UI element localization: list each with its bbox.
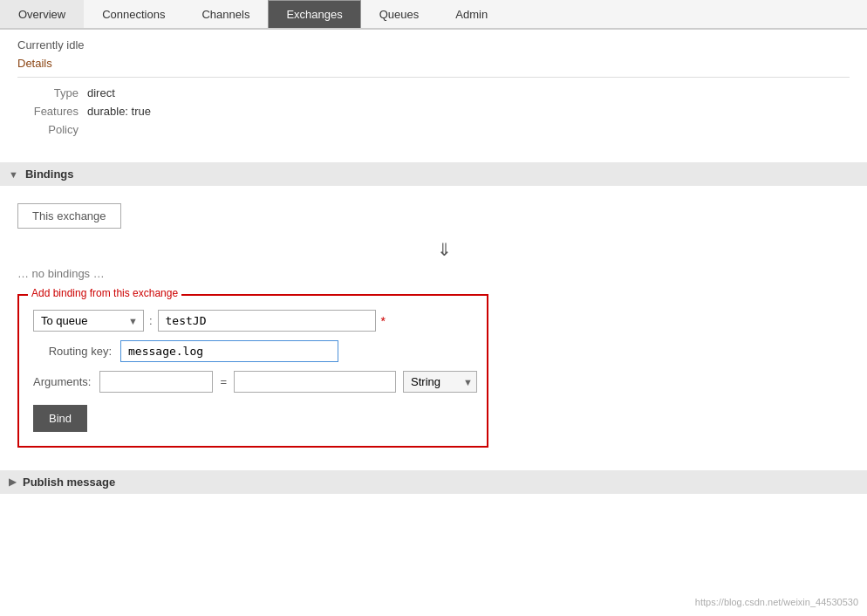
type-select-wrapper[interactable]: String Number Boolean ▼ (403, 371, 477, 393)
features-value: durable: true (87, 105, 151, 118)
routing-key-label: Routing key: (33, 345, 120, 358)
type-select-arrow-icon: ▼ (460, 373, 476, 391)
arguments-row: Arguments: = String Number Boolean ▼ (33, 371, 473, 393)
tab-channels[interactable]: Channels (183, 0, 268, 28)
required-star: * (381, 314, 386, 328)
colon-separator: : (149, 314, 153, 327)
bind-button[interactable]: Bind (33, 405, 87, 432)
bindings-content: This exchange ⇓ … no bindings … Add bind… (0, 195, 867, 470)
arguments-label: Arguments: (33, 375, 99, 388)
arg-value-input[interactable] (234, 371, 396, 393)
type-label: Type (17, 86, 87, 99)
tab-connections[interactable]: Connections (84, 0, 183, 28)
details-table: Type direct Features durable: true Polic… (17, 86, 850, 136)
tab-queues[interactable]: Queues (361, 0, 438, 28)
add-binding-title: Add binding from this exchange (28, 287, 181, 299)
no-bindings-text: … no bindings … (17, 267, 850, 280)
arrow-down-icon: ⇓ (38, 239, 850, 260)
bindings-section-header[interactable]: ▼ Bindings (0, 162, 867, 186)
features-label: Features (17, 105, 87, 118)
type-value: direct (87, 86, 115, 99)
queue-select-arrow-icon: ▼ (123, 312, 143, 330)
routing-key-row: Routing key: (33, 340, 473, 362)
status-text: Currently idle (17, 38, 850, 51)
equals-icon: = (220, 375, 227, 388)
type-select[interactable]: String Number Boolean (404, 372, 460, 392)
routing-key-input[interactable] (120, 340, 338, 362)
details-row-features: Features durable: true (17, 105, 850, 118)
details-row-policy: Policy (17, 123, 850, 136)
bindings-label: Bindings (25, 168, 74, 181)
publish-section-header[interactable]: ▶ Publish message (0, 470, 867, 494)
tab-overview[interactable]: Overview (0, 0, 84, 28)
destination-input[interactable] (158, 310, 376, 332)
tab-admin[interactable]: Admin (437, 0, 506, 28)
bindings-arrow-icon: ▼ (9, 169, 18, 180)
details-row-type: Type direct (17, 86, 850, 99)
details-link[interactable]: Details (17, 57, 52, 70)
nav-tabs: Overview Connections Channels Exchanges … (0, 0, 867, 30)
policy-label: Policy (17, 123, 87, 136)
divider-1 (17, 77, 850, 78)
arg-key-input[interactable] (99, 371, 213, 393)
destination-row: To queue To exchange ▼ : * (33, 310, 473, 332)
add-binding-form: Add binding from this exchange To queue … (17, 294, 488, 448)
this-exchange-button[interactable]: This exchange (17, 203, 121, 229)
tab-exchanges-active[interactable]: Exchanges (268, 0, 360, 28)
queue-select[interactable]: To queue To exchange (34, 311, 123, 331)
publish-label: Publish message (23, 476, 115, 489)
queue-select-wrapper[interactable]: To queue To exchange ▼ (33, 310, 144, 332)
publish-arrow-icon: ▶ (9, 476, 16, 488)
